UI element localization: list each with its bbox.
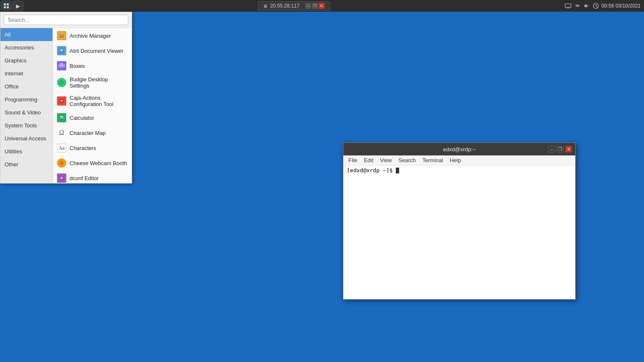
app-label-characters: Characters — [70, 145, 96, 151]
svg-marker-6 — [584, 4, 587, 8]
svg-rect-19 — [60, 63, 63, 66]
svg-rect-25 — [60, 118, 61, 119]
search-bar — [0, 12, 132, 28]
taskbar-window-title: 20.55.28.117 — [270, 3, 299, 9]
app-label-archive-manager: Archive Manager — [70, 33, 111, 39]
terminal-cursor — [396, 168, 399, 173]
category-item-sound-video[interactable]: Sound & Video — [0, 106, 52, 119]
category-item-all[interactable]: All — [0, 28, 52, 41]
term-menu-help[interactable]: Help — [447, 156, 465, 164]
svg-rect-26 — [61, 118, 62, 119]
svg-rect-5 — [567, 8, 569, 8]
app-icon-budgie — [57, 78, 66, 87]
categories-panel: AllAccessoriesGraphicsInternetOfficeProg… — [0, 28, 53, 183]
category-item-universal-access[interactable]: Universal Access — [0, 132, 52, 145]
terminal-minimize-btn[interactable]: – — [548, 146, 555, 153]
svg-rect-3 — [7, 6, 9, 8]
app-icon-characters: Aa — [57, 143, 66, 153]
svg-line-9 — [596, 6, 597, 7]
term-menu-search[interactable]: Search — [395, 156, 419, 164]
terminal-maximize-btn[interactable]: ❐ — [557, 146, 564, 153]
svg-point-30 — [61, 163, 62, 163]
taskbar-window-icon: 🖥 — [263, 4, 267, 8]
app-icon-atril — [57, 46, 66, 55]
app-icon-boxes — [57, 61, 66, 70]
terminal-title: edxd@xrdp:~ — [347, 146, 572, 153]
app-icon-caja — [57, 96, 66, 106]
terminal-close-btn[interactable]: ✕ — [565, 146, 572, 153]
app-item-archive-manager[interactable]: Archive Manager — [53, 28, 132, 43]
terminal-prompt: [edxd@xrdp ~]$ — [347, 167, 396, 173]
app-icon-charmap: Ω — [57, 128, 66, 137]
app-item-calculator[interactable]: Calculator — [53, 110, 132, 125]
category-item-accessories[interactable]: Accessories — [0, 41, 52, 54]
category-item-office[interactable]: Office — [0, 80, 52, 93]
app-icon-archive-manager — [57, 31, 66, 40]
svg-rect-21 — [60, 100, 63, 101]
app-item-budgie[interactable]: Budgie Desktop Settings — [53, 73, 132, 92]
app-label-calculator: Calculator — [70, 115, 94, 121]
app-item-atril[interactable]: Atril Document Viewer — [53, 43, 132, 58]
clock-display: 00:56 03/10/2021 — [602, 3, 641, 9]
category-item-graphics[interactable]: Graphics — [0, 54, 52, 67]
app-label-atril: Atril Document Viewer — [70, 48, 123, 54]
category-item-programming[interactable]: Programming — [0, 93, 52, 106]
taskbar-minimize-btn[interactable]: – — [305, 3, 311, 9]
menu-body: AllAccessoriesGraphicsInternetOfficeProg… — [0, 28, 132, 183]
app-label-caja: Caja-Actions Configuration Tool — [70, 95, 127, 107]
app-icon-cheese — [57, 158, 66, 168]
display-icon — [565, 3, 571, 9]
category-item-other[interactable]: Other — [0, 158, 52, 171]
taskbar-close-btn[interactable]: ✕ — [319, 3, 325, 9]
svg-rect-0 — [4, 3, 6, 5]
app-item-charmap[interactable]: ΩCharacter Map — [53, 125, 132, 140]
svg-rect-22 — [60, 101, 63, 101]
apps-list: Archive Manager Atril Document Viewer Bo… — [53, 28, 132, 183]
category-item-system-tools[interactable]: System Tools — [0, 119, 52, 132]
show-desktop-button[interactable]: ▶ — [13, 1, 23, 11]
app-label-cheese: Cheese Webcam Booth — [70, 160, 127, 166]
app-icon-dconf — [57, 173, 66, 183]
svg-rect-11 — [59, 33, 64, 34]
app-item-characters[interactable]: AaCharacters — [53, 140, 132, 155]
category-item-internet[interactable]: Internet — [0, 67, 52, 80]
svg-rect-24 — [60, 116, 63, 117]
volume-icon — [583, 3, 590, 9]
app-label-budgie: Budgie Desktop Settings — [70, 76, 127, 89]
app-item-boxes[interactable]: Boxes — [53, 58, 132, 73]
terminal-body[interactable]: [edxd@xrdp ~]$ — [343, 165, 575, 299]
term-menu-edit[interactable]: Edit — [361, 156, 377, 164]
terminal-window: edxd@xrdp:~ – ❐ ✕ FileEditViewSearchTerm… — [343, 142, 576, 300]
svg-rect-4 — [565, 4, 571, 8]
svg-rect-13 — [60, 48, 64, 54]
app-item-cheese[interactable]: Cheese Webcam Booth — [53, 155, 132, 171]
term-menu-view[interactable]: View — [377, 156, 395, 164]
taskbar: ▶ 🖥 20.55.28.117 – ❐ ✕ — [0, 0, 644, 12]
app-item-caja[interactable]: Caja-Actions Configuration Tool — [53, 92, 132, 110]
taskbar-window-item[interactable]: 🖥 20.55.28.117 – ❐ ✕ — [258, 1, 330, 10]
app-item-dconf[interactable]: dconf Editor — [53, 171, 132, 183]
search-input[interactable] — [4, 15, 128, 25]
svg-rect-12 — [60, 35, 63, 35]
app-label-boxes: Boxes — [70, 63, 85, 69]
app-menu: AllAccessoriesGraphicsInternetOfficeProg… — [0, 12, 132, 184]
svg-rect-27 — [62, 118, 63, 119]
start-button[interactable] — [1, 1, 12, 11]
term-menu-file[interactable]: File — [345, 156, 361, 164]
clock-icon — [592, 3, 599, 9]
category-item-utilities[interactable]: Utilities — [0, 145, 52, 158]
app-label-dconf: dconf Editor — [70, 175, 99, 181]
term-menu-terminal[interactable]: Terminal — [419, 156, 447, 164]
svg-rect-1 — [7, 3, 9, 5]
app-label-charmap: Character Map — [70, 130, 106, 136]
app-icon-calculator — [57, 113, 66, 122]
taskbar-restore-btn[interactable]: ❐ — [312, 3, 318, 9]
network-icon — [574, 3, 581, 9]
svg-rect-10 — [59, 34, 64, 38]
terminal-titlebar: edxd@xrdp:~ – ❐ ✕ — [343, 143, 575, 155]
terminal-menubar: FileEditViewSearchTerminalHelp — [343, 155, 575, 165]
svg-rect-2 — [4, 6, 6, 8]
